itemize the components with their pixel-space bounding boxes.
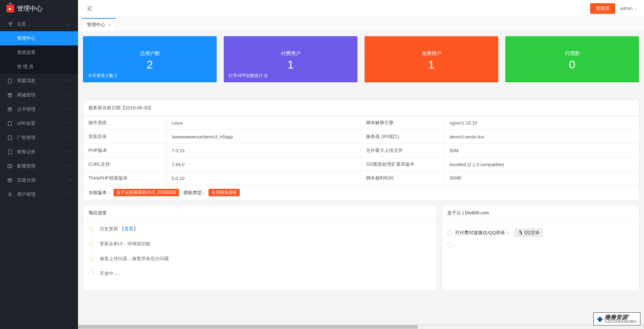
- logo-text: 管理中心: [17, 4, 43, 13]
- sidebar: 管理中心 主页 ︿ 管理中心 系统设置 管 理 员 弹窗消息︿ 商城管理︿ 点卡…: [0, 0, 78, 329]
- table-row: PHP版本7.0.33允许最大上传文件50M: [83, 144, 639, 158]
- nav-sub-item-admin[interactable]: 管 理 员: [0, 60, 78, 74]
- nav-item-card[interactable]: 点卡管理︿: [0, 102, 78, 116]
- svg-point-5: [9, 193, 11, 194]
- main: 管理员 admin ⌄ 管理中心 × 总用户数 2 今天登录人数 2 付费用户 …: [78, 0, 644, 329]
- tablet-icon: [7, 121, 13, 126]
- stat-card-agents: 代理数 0: [505, 36, 639, 82]
- nav-item-app[interactable]: APP设置︿: [0, 116, 78, 131]
- progress-title: 项目进度: [83, 205, 437, 221]
- fire-icon: ♨: [88, 256, 94, 261]
- chevron-down-icon: ︿: [67, 93, 71, 98]
- nav-item-home: 主页 ︿ 管理中心 系统设置 管 理 员: [0, 17, 78, 74]
- nav-sub-item-dashboard[interactable]: 管理中心: [0, 31, 78, 45]
- close-icon[interactable]: ×: [108, 22, 111, 27]
- logo-icon: [6, 5, 14, 12]
- chevron-down-icon: ︿: [67, 78, 71, 83]
- version-row: 当前版本： 盒子云影视系统V3.0_20190630 授权类型： 会员制免授权: [83, 185, 639, 200]
- cube-icon: [7, 106, 13, 112]
- chevron-down-icon: ︿: [67, 107, 71, 112]
- chevron-down-icon: ︿: [67, 192, 71, 197]
- server-date-header: 服务器当前日期【2019-06-30】: [83, 100, 639, 116]
- timeline-item: ♨ 更新全新UI，待增加功能: [88, 241, 432, 256]
- tab-dashboard[interactable]: 管理中心 ×: [82, 18, 116, 31]
- user-menu[interactable]: admin ⌄: [620, 6, 637, 11]
- cube-icon: [7, 92, 13, 98]
- version-tag: 盒子云影视系统V3.0_20190630: [113, 189, 179, 196]
- nav-header-home[interactable]: 主页 ︿: [0, 17, 78, 31]
- table-row: 操作系统Linux脚本解释引擎nginx/1.15.10: [83, 116, 639, 130]
- qq-icon: 🐧: [518, 230, 523, 235]
- chevron-down-icon: ︿: [67, 149, 71, 154]
- fire-icon: ♨: [88, 241, 94, 246]
- watermark: ◆ 撸撸资源® 白嫖互联网资源的网站: [593, 312, 640, 325]
- user-icon: [7, 192, 13, 197]
- nav-sub-item-system[interactable]: 系统设置: [0, 45, 78, 60]
- play-icon: [7, 163, 13, 169]
- timeline: ♨ 历史更新 【查看】 ♨ 更新全新UI，待增加功能 ♨ 修复上传问题，修复所有…: [88, 226, 432, 285]
- tablet-icon: [7, 149, 13, 155]
- nav-item-sales[interactable]: 销售记录︿: [0, 145, 78, 159]
- box-title: 盒子云 | Div800.com: [442, 205, 639, 221]
- table-row: 安装目录/www/wwwroot/demo3_h5app服务器 (IP/端口)d…: [83, 130, 639, 144]
- table-row: ThinkPHP框架版本5.0.10脚本超时时间300秒: [83, 171, 639, 185]
- watermark-icon: ◆: [597, 314, 603, 323]
- timeline-item: ♨ 修复上传问题，修复所有后台问题: [88, 256, 432, 270]
- topbar: 管理员 admin ⌄: [78, 0, 644, 17]
- stat-card-free-users: 免费用户 1: [365, 36, 498, 82]
- horizontal-scrollbar[interactable]: [78, 324, 644, 329]
- fire-icon: ♨: [88, 226, 94, 231]
- scrollbar-thumb[interactable]: [78, 325, 418, 329]
- stat-card-paid-users: 付费用户 1 打开APP次数统计 次: [224, 36, 357, 82]
- svg-rect-2: [8, 136, 11, 140]
- contact-row: 可付费对接微信/QQ登录： 🐧 QQ交谈: [447, 226, 634, 240]
- tablet-icon: [7, 78, 13, 84]
- stats-row: 总用户数 2 今天登录人数 2 付费用户 1 打开APP次数统计 次 免费用户 …: [83, 36, 639, 82]
- progress-panel: 项目进度 ♨ 历史更新 【查看】 ♨ 更新全新UI，待增加功能 ♨: [83, 205, 437, 291]
- chevron-down-icon: ︿: [67, 135, 71, 140]
- bottom-row: 项目进度 ♨ 历史更新 【查看】 ♨ 更新全新UI，待增加功能 ♨: [83, 205, 639, 291]
- chevron-down-icon: ︿: [67, 178, 71, 183]
- radio-icon[interactable]: [447, 230, 452, 235]
- cube-icon: [7, 177, 13, 183]
- timeline-item: ♨ 历史更新 【查看】: [88, 226, 432, 241]
- hamburger-toggle[interactable]: [85, 4, 94, 13]
- tabs: 管理中心 ×: [78, 17, 644, 31]
- nav-item-mall[interactable]: 商城管理︿: [0, 88, 78, 102]
- table-row: CURL支持7.64.0GD图形处理扩展库版本bundled (2.1.0 co…: [83, 158, 639, 171]
- nav-item-video[interactable]: 影视管理︿: [0, 159, 78, 173]
- radio-icon[interactable]: [447, 242, 452, 247]
- box-panel: 盒子云 | Div800.com 可付费对接微信/QQ登录： 🐧 QQ交谈: [442, 205, 639, 291]
- view-link[interactable]: 查看: [124, 226, 133, 231]
- qq-button[interactable]: 🐧 QQ交谈: [515, 229, 543, 237]
- nav-item-popup[interactable]: 弹窗消息︿: [0, 74, 78, 88]
- svg-rect-0: [8, 79, 11, 83]
- nav-item-commission[interactable]: 五级分润︿: [0, 173, 78, 187]
- chevron-down-icon: ⌄: [634, 6, 637, 10]
- timeline-item: 开发中......: [88, 270, 432, 285]
- nav-item-users[interactable]: 用户管理︿: [0, 187, 78, 202]
- nav: 主页 ︿ 管理中心 系统设置 管 理 员 弹窗消息︿ 商城管理︿ 点卡管理︿ A…: [0, 17, 78, 202]
- paper-plane-icon: [7, 21, 13, 27]
- svg-rect-3: [8, 150, 11, 154]
- circle-icon: [88, 270, 94, 276]
- chevron-down-icon: ︿: [67, 164, 71, 169]
- stat-card-total-users: 总用户数 2 今天登录人数 2: [83, 36, 217, 82]
- empty-row: [447, 240, 634, 250]
- chevron-down-icon: ︿: [67, 121, 71, 126]
- nav-sub-home: 管理中心 系统设置 管 理 员: [0, 31, 78, 74]
- server-info-table: 操作系统Linux脚本解释引擎nginx/1.15.10 安装目录/www/ww…: [83, 116, 639, 185]
- logo: 管理中心: [0, 0, 78, 17]
- nav-home-label: 主页: [17, 21, 26, 27]
- auth-tag: 会员制免授权: [209, 189, 240, 196]
- nav-item-ads[interactable]: 广告管理︿: [0, 131, 78, 145]
- content: 总用户数 2 今天登录人数 2 付费用户 1 打开APP次数统计 次 免费用户 …: [78, 31, 644, 324]
- chevron-up-icon: ︿: [67, 22, 71, 27]
- admin-role-button[interactable]: 管理员: [590, 3, 615, 14]
- tablet-icon: [7, 135, 13, 141]
- svg-rect-1: [8, 121, 11, 126]
